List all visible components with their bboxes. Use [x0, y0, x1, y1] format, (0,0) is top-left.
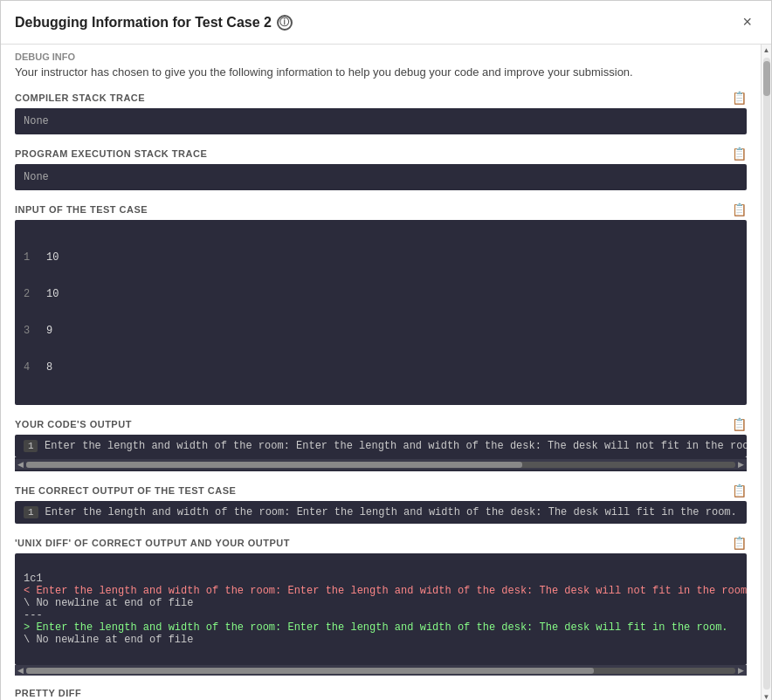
modal-header: Debugging Information for Test Case 2 ⓘ …	[1, 1, 771, 45]
compiler-stack-trace-value: None	[15, 108, 747, 134]
scroll-track	[763, 58, 770, 690]
diff-line-4: ---	[24, 609, 43, 621]
correct-output-line-badge: 1	[24, 506, 38, 518]
pretty-diff-label: PRETTY DIFF	[15, 688, 747, 698]
your-output-block: 1 Enter the length and width of the room…	[15, 435, 747, 457]
correct-output-line: 1 Enter the length and width of the room…	[24, 506, 738, 518]
diff-scroll-right[interactable]: ▶	[735, 666, 747, 675]
compiler-stack-trace-section: COMPILER STACK TRACE 📋 None	[15, 91, 747, 134]
diff-line-3: \ No newline at end of file	[24, 597, 193, 609]
close-button[interactable]: ×	[737, 11, 757, 33]
input-line-3: 39	[24, 325, 738, 337]
correct-output-text: Enter the length and width of the room: …	[45, 506, 737, 518]
intro-text: Your instructor has chosen to give you t…	[15, 65, 747, 79]
program-execution-section: PROGRAM EXECUTION STACK TRACE 📋 None	[15, 147, 747, 190]
scroll-thumb	[763, 61, 770, 96]
your-output-scroll[interactable]: 1 Enter the length and width of the room…	[15, 435, 747, 471]
diff-line-5: > Enter the length and width of the room…	[24, 621, 728, 634]
diff-line-2: < Enter the length and width of the room…	[24, 585, 747, 597]
program-execution-label: PROGRAM EXECUTION STACK TRACE 📋	[15, 147, 747, 161]
output-scroll-left[interactable]: ◀	[15, 460, 26, 469]
program-execution-copy-icon[interactable]: 📋	[732, 147, 748, 161]
your-output-line-badge: 1	[24, 440, 38, 452]
your-output-label: YOUR CODE'S OUTPUT 📋	[15, 417, 747, 431]
input-test-case-copy-icon[interactable]: 📋	[732, 202, 748, 216]
info-icon[interactable]: ⓘ	[277, 15, 293, 31]
input-line-1: 110	[24, 251, 738, 264]
your-output-copy-icon[interactable]: 📋	[732, 417, 748, 431]
title-text: Debugging Information for Test Case 2	[15, 15, 272, 31]
diff-line-1: 1c1	[24, 573, 43, 585]
program-execution-value: None	[15, 164, 747, 190]
output-scroll-right[interactable]: ▶	[735, 460, 747, 469]
compiler-stack-trace-label: COMPILER STACK TRACE 📋	[15, 91, 747, 105]
unix-diff-label: 'UNIX DIFF' OF CORRECT OUTPUT AND YOUR O…	[15, 536, 747, 550]
modal-body: DEBUG INFO Your instructor has chosen to…	[1, 45, 761, 700]
scroll-down-arrow[interactable]: ▼	[763, 691, 770, 700]
pretty-diff-section: PRETTY DIFF This diff is colored to make…	[15, 688, 747, 700]
unix-diff-section: 'UNIX DIFF' OF CORRECT OUTPUT AND YOUR O…	[15, 536, 747, 676]
diff-line-6: \ No newline at end of file	[24, 634, 193, 646]
input-test-case-section: INPUT OF THE TEST CASE 📋 110 210 39 48	[15, 202, 747, 405]
modal: Debugging Information for Test Case 2 ⓘ …	[0, 0, 772, 700]
your-output-line: 1 Enter the length and width of the room…	[24, 440, 738, 452]
input-test-case-label: INPUT OF THE TEST CASE 📋	[15, 202, 747, 216]
your-output-text: Enter the length and width of the room: …	[45, 440, 747, 452]
unix-diff-block: 1c1 < Enter the length and width of the …	[15, 553, 747, 665]
input-line-4: 48	[24, 361, 738, 374]
scroll-up-arrow[interactable]: ▲	[763, 45, 770, 56]
debug-info-label: DEBUG INFO	[15, 45, 747, 65]
correct-output-label: THE CORRECT OUTPUT OF THE TEST CASE 📋	[15, 484, 747, 498]
diff-scroll-left[interactable]: ◀	[15, 666, 26, 675]
input-line-2: 210	[24, 288, 738, 300]
compiler-copy-icon[interactable]: 📋	[732, 91, 748, 105]
correct-output-section: THE CORRECT OUTPUT OF THE TEST CASE 📋 1 …	[15, 484, 747, 524]
modal-content: DEBUG INFO Your instructor has chosen to…	[1, 45, 761, 700]
unix-diff-copy-icon[interactable]: 📋	[732, 536, 748, 550]
modal-title: Debugging Information for Test Case 2 ⓘ	[15, 15, 293, 31]
right-scrollbar[interactable]: ▲ ▼	[761, 45, 771, 700]
correct-output-copy-icon[interactable]: 📋	[732, 484, 748, 498]
input-test-case-block: 110 210 39 48	[15, 220, 747, 405]
correct-output-block: 1 Enter the length and width of the room…	[15, 501, 747, 524]
your-output-section: YOUR CODE'S OUTPUT 📋 1 Enter the length …	[15, 417, 747, 471]
